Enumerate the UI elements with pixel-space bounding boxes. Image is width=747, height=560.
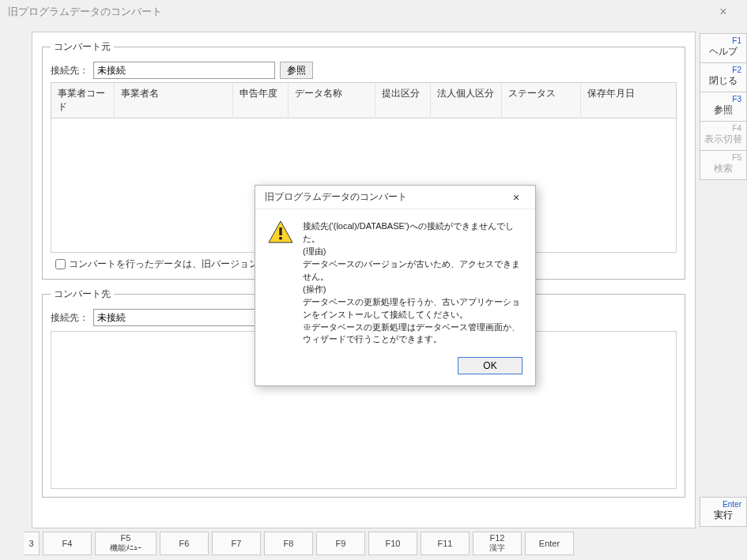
warning-icon bbox=[268, 220, 293, 244]
fkey-f3-browse[interactable]: F3 参照 bbox=[700, 92, 747, 122]
fkey-b-3[interactable]: 3 bbox=[24, 532, 40, 555]
right-fkey-panel: F1 ヘルプ F2 閉じる F3 参照 F4 表示切替 F5 検索 bbox=[700, 33, 747, 180]
converted-data-checkbox[interactable] bbox=[55, 259, 66, 269]
col-business-name[interactable]: 事業者名 bbox=[115, 83, 233, 118]
dialog-titlebar: 旧プログラムデータのコンバート × bbox=[255, 186, 535, 209]
dest-legend: コンバート先 bbox=[51, 288, 114, 301]
fkey-b-enter[interactable]: Enter bbox=[525, 532, 574, 555]
source-connect-input[interactable] bbox=[93, 62, 275, 79]
col-submit-class[interactable]: 提出区分 bbox=[375, 83, 431, 118]
fkey-b-f7[interactable]: F7 bbox=[212, 532, 261, 555]
window-close-button[interactable]: × bbox=[707, 5, 739, 19]
fkey-f2-close[interactable]: F2 閉じる bbox=[700, 63, 747, 92]
col-corp-indiv-class[interactable]: 法人個人区分 bbox=[431, 83, 502, 118]
window-title: 旧プログラムデータのコンバート bbox=[8, 5, 162, 19]
col-status[interactable]: ステータス bbox=[502, 83, 581, 118]
fkey-b-f11[interactable]: F11 bbox=[421, 532, 470, 555]
source-browse-button[interactable]: 参照 bbox=[280, 62, 313, 79]
fkey-b-f10[interactable]: F10 bbox=[368, 532, 417, 555]
col-business-code[interactable]: 事業者コード bbox=[51, 83, 115, 118]
dest-connect-input[interactable] bbox=[93, 309, 275, 326]
dialog-close-button[interactable]: × bbox=[505, 191, 527, 204]
fkey-b-f4[interactable]: F4 bbox=[43, 532, 92, 555]
window-titlebar: 旧プログラムデータのコンバート × bbox=[0, 0, 747, 24]
fkey-f1-help[interactable]: F1 ヘルプ bbox=[700, 33, 747, 63]
source-grid-header: 事業者コード 事業者名 申告年度 データ名称 提出区分 法人個人区分 ステータス… bbox=[51, 82, 677, 118]
fkey-b-f8[interactable]: F8 bbox=[264, 532, 313, 555]
col-filing-year[interactable]: 申告年度 bbox=[233, 83, 289, 118]
dialog-message: 接続先('(local)/DATABASE')への接続ができませんでした。 (理… bbox=[303, 220, 523, 346]
dialog-ok-button[interactable]: OK bbox=[458, 357, 523, 374]
col-data-name[interactable]: データ名称 bbox=[289, 83, 375, 118]
col-save-date[interactable]: 保存年月日 bbox=[581, 83, 676, 118]
app-window: 旧プログラムデータのコンバート × コンバート元 接続先： 参照 事業者コード … bbox=[0, 0, 747, 560]
svg-rect-2 bbox=[279, 237, 281, 239]
fkey-b-f12-kanji[interactable]: F12漢字 bbox=[473, 532, 522, 555]
svg-rect-1 bbox=[279, 227, 281, 235]
fkey-enter-execute[interactable]: Enter 実行 bbox=[700, 497, 747, 527]
error-dialog: 旧プログラムデータのコンバート × 接続先('(local)/DATABASE'… bbox=[255, 185, 536, 386]
fkey-f5-search: F5 検索 bbox=[700, 151, 747, 180]
source-connect-label: 接続先： bbox=[51, 64, 89, 77]
fkey-f4-viewtoggle: F4 表示切替 bbox=[700, 122, 747, 151]
bottom-fkey-bar: 3 F4 F5機能ﾒﾆｭｰ F6 F7 F8 F9 F10 F11 F12漢字 … bbox=[24, 532, 574, 555]
source-legend: コンバート元 bbox=[51, 40, 114, 54]
fkey-b-f9[interactable]: F9 bbox=[316, 532, 365, 555]
fkey-b-f5-menu[interactable]: F5機能ﾒﾆｭｰ bbox=[95, 532, 157, 555]
dialog-title: 旧プログラムデータのコンバート bbox=[265, 190, 407, 204]
fkey-b-f6[interactable]: F6 bbox=[160, 532, 209, 555]
dest-connect-label: 接続先： bbox=[51, 311, 89, 325]
converted-data-checkbox-label: コンバートを行ったデータは、旧バージョン bbox=[69, 257, 258, 271]
